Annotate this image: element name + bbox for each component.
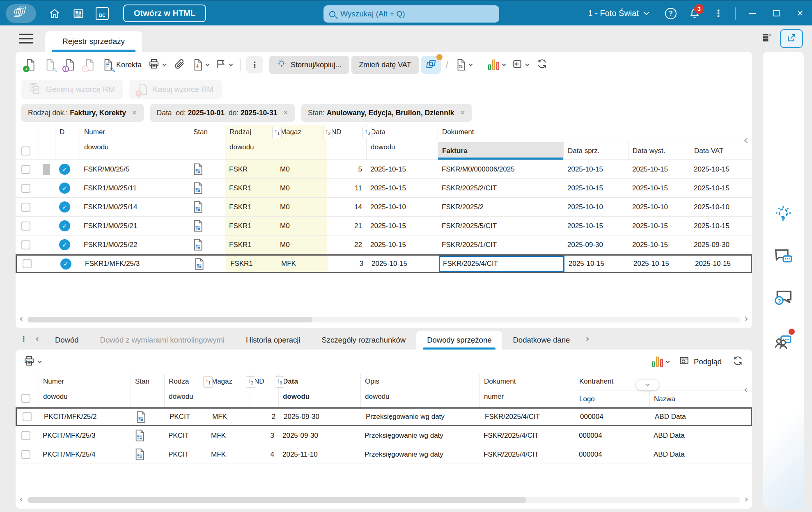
tabs-overflow-icon[interactable]: ⋮	[20, 334, 28, 344]
maximize-button[interactable]	[764, 1, 788, 26]
column-header-rodzaj[interactable]: Rodzadowodu ↑1	[164, 374, 207, 407]
hamburger-menu-icon[interactable]	[19, 34, 33, 43]
table-row[interactable]: ✓ FSKR1/M0/25/14 FSKR1 M0 14 2025-10-10 …	[16, 198, 752, 217]
scroll-right-icon[interactable]	[744, 317, 748, 321]
column-header-d[interactable]: D	[55, 125, 80, 160]
remove-filter-icon[interactable]: ✕	[132, 109, 137, 117]
close-button[interactable]: ✕	[788, 1, 812, 26]
row-checkbox[interactable]	[21, 240, 30, 249]
news-icon[interactable]	[67, 1, 90, 26]
table-row[interactable]: ✓ FSKR1/M0/25/21 FSKR1 M0 21 2025-10-15 …	[16, 217, 752, 235]
column-header-nd[interactable]: ND ↑3	[327, 125, 366, 160]
column-group-kontrahent[interactable]: Kontrahent	[575, 374, 752, 391]
tabs-scroll-left-icon[interactable]	[36, 337, 40, 341]
minimize-button[interactable]	[741, 1, 764, 26]
scroll-right-icon[interactable]	[744, 497, 748, 501]
side-panel-button[interactable]	[510, 56, 531, 74]
row-checkbox[interactable]	[21, 165, 30, 174]
column-header-logo[interactable]: Logo	[575, 391, 649, 407]
company-selector[interactable]: 1 - Foto Świat	[588, 9, 648, 18]
row-checkbox[interactable]	[21, 222, 30, 231]
edit-document-button[interactable]: ✎	[41, 56, 58, 74]
filter-chip[interactable]: Rodzaj dok.: Faktury, Korekty✕	[21, 104, 144, 122]
table-row[interactable]: ✓ FSKR1/M0/25/11 FSKR1 M0 11 2025-10-15 …	[16, 179, 752, 198]
main-horizontal-scrollbar[interactable]	[21, 315, 747, 324]
chat-icon[interactable]	[773, 246, 794, 266]
attachments-button[interactable]	[170, 56, 188, 74]
document-info-button[interactable]: i	[61, 56, 78, 74]
column-header-numer[interactable]: Numerdowodu	[39, 374, 131, 407]
detail-print-button[interactable]	[21, 353, 43, 371]
row-checkbox[interactable]	[21, 184, 30, 193]
column-header-magazyn[interactable]: Magaz ↑2	[276, 125, 327, 160]
scrollbar-thumb[interactable]	[28, 317, 312, 322]
column-header-data-vat[interactable]: Data VAT	[690, 142, 752, 160]
table-row[interactable]: ✓ FSKR/M0/25/5 FSKR M0 5 2025-10-15 FSKR…	[16, 160, 752, 179]
remove-filter-icon[interactable]: ✕	[283, 109, 288, 117]
column-header-opis[interactable]: Opisdowodu	[360, 374, 479, 407]
tab-dow-d-z-wymiarami-kontrolingowymi[interactable]: Dowód z wymiarami kontrolingowymi	[89, 331, 235, 350]
tab-dow-d[interactable]: Dowód	[44, 331, 89, 350]
notifications-bell-icon[interactable]: 3	[683, 1, 706, 26]
filter-chip[interactable]: Stan: Anulowany, Edycja, Brulion, Dzienn…	[301, 104, 472, 122]
cell-faktura[interactable]: FSKR/2025/1/CIT	[438, 235, 563, 254]
generuj-wzorce-button[interactable]: Generuj wzorce RM	[21, 80, 123, 99]
kasuj-wzorce-button[interactable]: ✕ Kasuj wzorce RM	[129, 80, 222, 99]
document-actions-button[interactable]	[190, 56, 211, 74]
tab-szczeg-y-rozrachunk-w[interactable]: Szczegóły rozrachunków	[311, 331, 417, 350]
table-row[interactable]: ✓ FSKR1/M0/25/22 FSKR1 M0 22 2025-10-15 …	[16, 235, 752, 254]
column-header-dokument-numer[interactable]: Dokumentnumer	[479, 374, 575, 407]
sort-rank-3[interactable]: ↑3	[275, 376, 284, 388]
remove-filter-icon[interactable]: ✕	[460, 109, 466, 117]
stornuj-kopiuj-button[interactable]: Stornuj/kopiuj...	[269, 56, 349, 74]
tab-historia-operacji[interactable]: Historia operacji	[235, 331, 311, 350]
open-in-html-button[interactable]: Otwórz w HTML	[123, 5, 206, 22]
column-header-stan[interactable]: Stan	[189, 125, 225, 160]
zmien-date-vat-button[interactable]: Zmień datę VAT	[351, 56, 418, 74]
community-chat-icon[interactable]	[773, 330, 794, 350]
print-button[interactable]	[146, 56, 168, 74]
column-header-data-dowodu[interactable]: Datadowodu	[366, 125, 438, 160]
row-checkbox[interactable]	[21, 203, 30, 212]
help-icon[interactable]: ?	[659, 1, 683, 26]
detail-chart-button[interactable]	[650, 353, 671, 371]
app-logo[interactable]	[6, 4, 36, 23]
column-header-data-sprz[interactable]: Data sprz.	[563, 142, 628, 160]
share-button[interactable]	[780, 29, 803, 48]
row-checkbox[interactable]	[21, 450, 30, 459]
column-header-data-dowodu[interactable]: Datadowodu	[278, 374, 360, 407]
cell-faktura[interactable]: FSKR/2025/2/CIT	[438, 179, 563, 197]
row-checkbox[interactable]	[23, 259, 32, 268]
sort-rank-2[interactable]: ↑2	[323, 127, 333, 138]
column-header-nazwa[interactable]: Nazwa	[649, 391, 752, 407]
cell-faktura[interactable]: FSKR/2025/4/CIT	[439, 256, 564, 272]
sort-rank-2[interactable]: ↑2	[246, 376, 255, 388]
export-document-button[interactable]	[453, 56, 474, 74]
home-icon[interactable]	[43, 1, 67, 26]
filter-chip[interactable]: Data od: 2025-10-01 do: 2025-10-31✕	[150, 104, 295, 122]
detail-refresh-button[interactable]	[729, 353, 746, 371]
cell-faktura[interactable]: FSKR/2025/5/CIT	[438, 217, 563, 235]
scroll-left-icon[interactable]	[20, 317, 24, 321]
column-group-dokument[interactable]: Dokument	[438, 125, 752, 142]
row-checkbox[interactable]	[23, 412, 32, 421]
podglad-button[interactable]: Podgląd	[675, 356, 725, 368]
table-row[interactable]: PKCIT/MFK/25/2 PKCIT MFK 2 2025-09-30 Pr…	[16, 407, 752, 426]
column-header-faktura[interactable]: Faktura	[438, 142, 563, 160]
scrollbar-thumb[interactable]	[28, 497, 526, 503]
sort-rank-1[interactable]: ↑1	[203, 376, 213, 388]
delete-document-button[interactable]: ✕	[80, 56, 98, 74]
tab-dodatkowe-dane[interactable]: Dodatkowe dane	[502, 331, 580, 350]
toolbar-overflow-icon[interactable]: ⋮	[246, 56, 263, 73]
bc-icon[interactable]: BC	[90, 1, 114, 26]
refresh-button[interactable]	[533, 56, 551, 74]
select-all-checkbox[interactable]	[21, 146, 30, 155]
flag-button[interactable]	[213, 56, 234, 74]
cell-faktura[interactable]: FSKR/M0/000006/2025	[438, 160, 563, 178]
tab-rejestr-sprzedazy[interactable]: Rejestr sprzedaży	[45, 31, 142, 52]
workspace-layers-button[interactable]	[421, 56, 441, 74]
select-all-checkbox[interactable]	[21, 394, 30, 403]
search-input[interactable]: Wyszukaj (Alt + Q)	[323, 5, 499, 23]
more-menu-icon[interactable]: ⋮	[706, 1, 730, 26]
row-checkbox[interactable]	[21, 431, 30, 440]
